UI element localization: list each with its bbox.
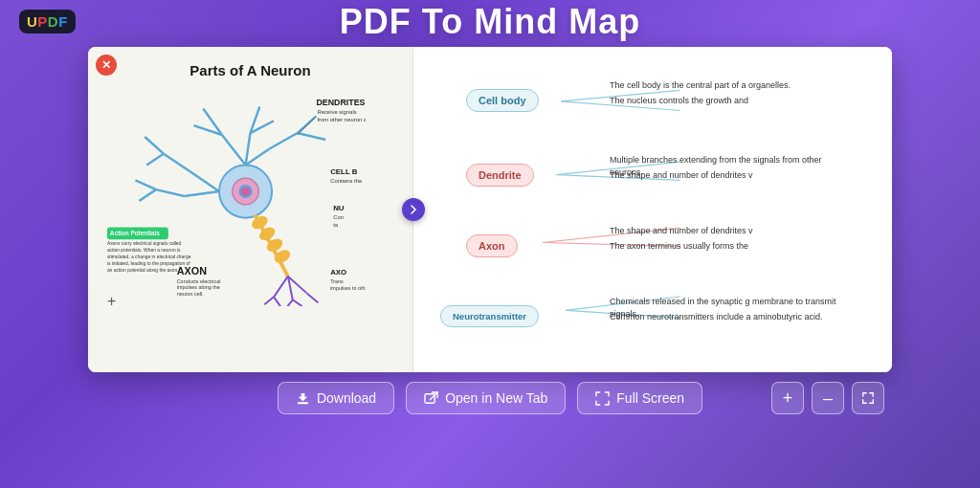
svg-text:Receive signals: Receive signals bbox=[317, 109, 356, 115]
bottom-toolbar: Download Open in New Tab Full Screen + – bbox=[0, 382, 980, 414]
zoom-controls: + – bbox=[771, 382, 884, 414]
zoom-out-button[interactable]: – bbox=[812, 382, 844, 414]
zoom-in-button[interactable]: + bbox=[771, 382, 804, 414]
mindmap-node-cell-body: Cell body bbox=[466, 89, 539, 112]
mindmap-node-neurotransmitter: Neurotransmitter bbox=[440, 305, 539, 327]
svg-line-18 bbox=[156, 189, 185, 196]
svg-text:Action Potentials: Action Potentials bbox=[110, 230, 161, 236]
viewer-container: ✕ Parts of A Neuron bbox=[88, 47, 892, 372]
svg-line-12 bbox=[298, 133, 326, 140]
svg-line-31 bbox=[293, 299, 302, 306]
neuron-svg: DENDRITES Receive signals from other neu… bbox=[100, 86, 401, 306]
mindmap-text-cell-body-2: The nucleus controls the growth and bbox=[610, 95, 748, 107]
svg-text:+: + bbox=[107, 293, 116, 306]
pdf-info-icon: ✕ bbox=[96, 55, 117, 76]
mindmap-panel: Cell body The cell body is the central p… bbox=[413, 47, 892, 372]
svg-text:impulses along the: impulses along the bbox=[177, 284, 220, 290]
svg-line-16 bbox=[146, 154, 164, 166]
svg-line-15 bbox=[145, 137, 164, 154]
svg-line-33 bbox=[307, 293, 319, 302]
fit-button[interactable] bbox=[852, 382, 884, 414]
svg-text:DENDRITES: DENDRITES bbox=[316, 98, 365, 107]
mindmap-text-axon-2: The axon terminus usually forms the bbox=[610, 240, 748, 253]
svg-line-68 bbox=[431, 391, 438, 399]
svg-text:an action potential along the : an action potential along the axon. bbox=[107, 268, 179, 273]
svg-line-10 bbox=[269, 133, 298, 149]
svg-text:Contains the: Contains the bbox=[330, 178, 363, 184]
svg-text:neuron cell.: neuron cell. bbox=[177, 291, 204, 297]
mindmap-text-dendrite-2: The shape and number of dendrites v bbox=[610, 169, 753, 182]
mindmap-node-dendrite: Dendrite bbox=[466, 164, 534, 187]
logo-f: F bbox=[58, 13, 68, 30]
svg-line-19 bbox=[135, 180, 156, 189]
svg-line-17 bbox=[185, 191, 219, 196]
svg-text:NU: NU bbox=[333, 204, 345, 212]
logo-p: P bbox=[37, 13, 48, 30]
open-new-tab-icon bbox=[424, 391, 438, 406]
mindmap-text-axon-1: The shape and number of dendrites v bbox=[610, 225, 753, 237]
svg-text:Axons carry electrical signals: Axons carry electrical signals called bbox=[107, 241, 182, 246]
svg-line-42 bbox=[298, 118, 315, 135]
svg-text:ta: ta bbox=[333, 222, 339, 228]
svg-text:action potentials. When a neur: action potentials. When a neuron is bbox=[107, 248, 181, 253]
svg-line-26 bbox=[274, 277, 288, 298]
header: UPDF PDF To Mind Map bbox=[0, 0, 980, 43]
neuron-illustration: DENDRITES Receive signals from other neu… bbox=[100, 86, 401, 306]
svg-text:AXON: AXON bbox=[177, 265, 207, 277]
svg-line-28 bbox=[274, 297, 280, 306]
svg-line-20 bbox=[139, 189, 156, 201]
download-button[interactable]: Download bbox=[278, 382, 394, 414]
mindmap-text-cell-body-1: The cell body is the central part of a o… bbox=[610, 79, 791, 92]
mindmap-node-axon: Axon bbox=[466, 234, 518, 257]
main-area: ✕ Parts of A Neuron bbox=[0, 47, 980, 372]
svg-line-6 bbox=[246, 133, 251, 165]
svg-line-3 bbox=[222, 135, 246, 166]
svg-rect-66 bbox=[298, 402, 308, 404]
svg-line-30 bbox=[286, 299, 293, 306]
open-new-tab-button[interactable]: Open in New Tab bbox=[406, 382, 566, 414]
svg-point-2 bbox=[240, 186, 252, 197]
pdf-panel: ✕ Parts of A Neuron bbox=[88, 47, 413, 372]
svg-line-14 bbox=[164, 154, 189, 171]
pdf-panel-title: Parts of A Neuron bbox=[100, 62, 401, 78]
logo-u: U bbox=[27, 13, 37, 30]
logo-d: D bbox=[48, 13, 58, 30]
full-screen-button[interactable]: Full Screen bbox=[577, 382, 702, 414]
svg-text:from other neuron c: from other neuron c bbox=[317, 117, 366, 122]
page-title: PDF To Mind Map bbox=[340, 2, 640, 42]
svg-text:Conducts electrical: Conducts electrical bbox=[177, 278, 221, 284]
full-screen-icon bbox=[595, 391, 610, 406]
svg-line-13 bbox=[189, 170, 220, 191]
svg-text:CELL B: CELL B bbox=[330, 167, 358, 176]
svg-text:stimulated, a change in electr: stimulated, a change in electrical charg… bbox=[107, 255, 191, 259]
mindmap-container: Cell body The cell body is the central p… bbox=[433, 62, 873, 357]
svg-text:AXO: AXO bbox=[330, 268, 346, 277]
svg-line-9 bbox=[246, 149, 270, 166]
mindmap-text-nt-2: Common neurotransmitters include a amino… bbox=[610, 311, 823, 323]
svg-line-27 bbox=[264, 297, 274, 304]
svg-text:Con: Con bbox=[333, 214, 344, 220]
fit-icon bbox=[861, 391, 875, 405]
svg-text:impulses to oth: impulses to oth bbox=[330, 285, 365, 291]
svg-rect-67 bbox=[425, 393, 434, 402]
download-icon bbox=[296, 391, 310, 406]
svg-text:Trans: Trans bbox=[330, 278, 344, 284]
panel-divider[interactable] bbox=[402, 198, 425, 221]
logo: UPDF bbox=[19, 10, 76, 33]
